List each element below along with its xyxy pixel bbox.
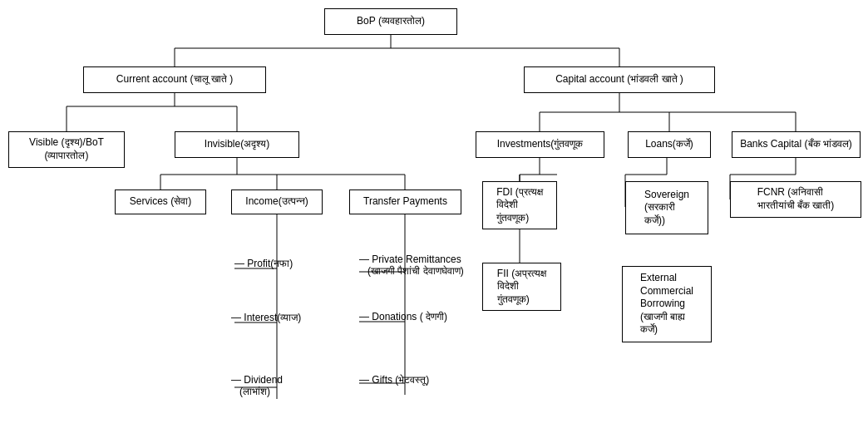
profit-node: — Profit(नफा) bbox=[234, 258, 293, 269]
banks-capital-node: Banks Capital (बँक भांडवल) bbox=[732, 131, 861, 158]
dividend-node: — Dividend (लाभांश) bbox=[231, 374, 283, 397]
gifts-node: — Gifts (भेटवस्तू) bbox=[359, 374, 429, 386]
current-account-node: Current account (चालू खाते ) bbox=[83, 66, 266, 93]
income-node: Income(उत्पन्न) bbox=[231, 190, 323, 214]
fdi-node: FDI (प्रत्यक्षविदेशीगुंतवणूक) bbox=[482, 181, 557, 229]
sovereign-node: Sovereign(सरकारीकर्जे)) bbox=[625, 181, 708, 234]
loans-node: Loans(कर्जे) bbox=[628, 131, 711, 158]
capital-account-node: Capital account (भांडवली खाते ) bbox=[524, 66, 715, 93]
donations-node: — Donations ( देणगी) bbox=[359, 311, 447, 322]
transfer-payments-node: Transfer Payments bbox=[349, 190, 461, 214]
diagram: BoP (व्यवहारतोल) Current account (चालू ख… bbox=[0, 0, 868, 443]
fcnr-node: FCNR (अनिवासीभारतीयांची बँक खाती) bbox=[730, 181, 861, 218]
visible-node: Visible (दृश्य)/BoT(व्यापारतोल) bbox=[8, 131, 125, 168]
ecb-node: ExternalCommercialBorrowing(खाजगी बाह्यक… bbox=[622, 266, 712, 342]
services-node: Services (सेवा) bbox=[115, 190, 206, 214]
investments-node: Investments(गुंतवणूक bbox=[476, 131, 604, 158]
invisible-node: Invisible(अदृश्य) bbox=[175, 131, 299, 158]
fii-node: FII (अप्रत्यक्षविदेशीगुंतवणूक) bbox=[482, 263, 561, 311]
private-remittances-node: — Private Remittances (खाजगी पैशांची देव… bbox=[359, 253, 464, 277]
root-node: BoP (व्यवहारतोल) bbox=[324, 8, 457, 35]
interest-node: — Interest(व्याज) bbox=[231, 312, 301, 323]
